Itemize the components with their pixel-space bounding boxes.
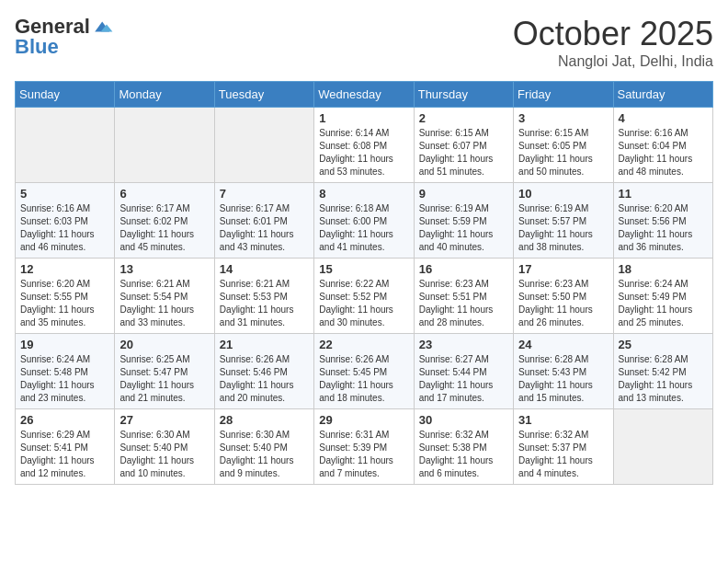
week-row-4: 19Sunrise: 6:24 AM Sunset: 5:48 PM Dayli… [16,334,713,409]
day-cell: 20Sunrise: 6:25 AM Sunset: 5:47 PM Dayli… [115,334,214,409]
day-number: 31 [518,413,608,427]
day-info: Sunrise: 6:20 AM Sunset: 5:56 PM Dayligh… [619,202,708,254]
day-info: Sunrise: 6:28 AM Sunset: 5:42 PM Dayligh… [619,353,708,405]
day-cell: 17Sunrise: 6:23 AM Sunset: 5:50 PM Dayli… [514,259,613,334]
weekday-header-sunday: Sunday [16,82,115,108]
day-info: Sunrise: 6:23 AM Sunset: 5:51 PM Dayligh… [419,278,508,329]
day-number: 22 [319,338,408,351]
page-header: General Blue October 2025 Nangloi Jat, D… [15,15,713,70]
day-cell: 18Sunrise: 6:24 AM Sunset: 5:49 PM Dayli… [613,259,712,334]
day-cell: 14Sunrise: 6:21 AM Sunset: 5:53 PM Dayli… [214,259,313,334]
day-cell: 6Sunrise: 6:17 AM Sunset: 6:02 PM Daylig… [115,183,214,259]
day-number: 13 [119,262,209,276]
day-info: Sunrise: 6:21 AM Sunset: 5:53 PM Dayligh… [220,278,309,329]
day-info: Sunrise: 6:20 AM Sunset: 5:55 PM Dayligh… [20,278,109,329]
day-info: Sunrise: 6:30 AM Sunset: 5:40 PM Dayligh… [119,429,209,480]
title-block: October 2025 Nangloi Jat, Delhi, India [513,15,713,70]
week-row-3: 12Sunrise: 6:20 AM Sunset: 5:55 PM Dayli… [16,259,713,334]
day-cell: 24Sunrise: 6:28 AM Sunset: 5:43 PM Dayli… [514,334,613,409]
day-cell: 9Sunrise: 6:19 AM Sunset: 5:59 PM Daylig… [414,183,513,259]
day-info: Sunrise: 6:18 AM Sunset: 6:00 PM Dayligh… [319,202,408,254]
day-info: Sunrise: 6:14 AM Sunset: 6:08 PM Dayligh… [319,127,408,178]
day-info: Sunrise: 6:22 AM Sunset: 5:52 PM Dayligh… [319,278,408,329]
day-cell: 15Sunrise: 6:22 AM Sunset: 5:52 PM Dayli… [314,259,414,334]
week-row-5: 26Sunrise: 6:29 AM Sunset: 5:41 PM Dayli… [16,409,713,485]
day-info: Sunrise: 6:26 AM Sunset: 5:45 PM Dayligh… [319,353,408,405]
day-number: 3 [518,111,608,125]
location: Nangloi Jat, Delhi, India [513,53,713,70]
logo: General Blue [15,15,114,59]
day-cell: 12Sunrise: 6:20 AM Sunset: 5:55 PM Dayli… [16,259,115,334]
weekday-header-row: SundayMondayTuesdayWednesdayThursdayFrid… [16,82,713,108]
day-number: 10 [518,187,608,201]
day-info: Sunrise: 6:17 AM Sunset: 6:02 PM Dayligh… [119,202,209,254]
day-cell: 16Sunrise: 6:23 AM Sunset: 5:51 PM Dayli… [414,259,513,334]
day-number: 28 [220,413,309,427]
day-number: 9 [419,187,508,201]
day-number: 18 [619,262,708,276]
week-row-1: 1Sunrise: 6:14 AM Sunset: 6:08 PM Daylig… [16,108,713,183]
month-title: October 2025 [513,15,713,53]
day-cell: 7Sunrise: 6:17 AM Sunset: 6:01 PM Daylig… [214,183,313,259]
weekday-header-wednesday: Wednesday [314,82,414,108]
day-cell: 22Sunrise: 6:26 AM Sunset: 5:45 PM Dayli… [314,334,414,409]
day-info: Sunrise: 6:32 AM Sunset: 5:37 PM Dayligh… [518,429,608,480]
day-cell: 29Sunrise: 6:31 AM Sunset: 5:39 PM Dayli… [314,409,414,485]
day-number: 6 [119,187,209,201]
day-number: 20 [119,338,209,351]
day-info: Sunrise: 6:17 AM Sunset: 6:01 PM Dayligh… [220,202,309,254]
day-cell: 10Sunrise: 6:19 AM Sunset: 5:57 PM Dayli… [514,183,613,259]
day-info: Sunrise: 6:29 AM Sunset: 5:41 PM Dayligh… [20,429,109,480]
day-info: Sunrise: 6:30 AM Sunset: 5:40 PM Dayligh… [220,429,309,480]
day-cell: 31Sunrise: 6:32 AM Sunset: 5:37 PM Dayli… [514,409,613,485]
day-info: Sunrise: 6:23 AM Sunset: 5:50 PM Dayligh… [518,278,608,329]
day-number: 17 [518,262,608,276]
day-cell: 21Sunrise: 6:26 AM Sunset: 5:46 PM Dayli… [214,334,313,409]
day-info: Sunrise: 6:19 AM Sunset: 5:57 PM Dayligh… [518,202,608,254]
day-number: 4 [619,111,708,125]
day-info: Sunrise: 6:15 AM Sunset: 6:07 PM Dayligh… [419,127,508,178]
day-cell: 30Sunrise: 6:32 AM Sunset: 5:38 PM Dayli… [414,409,513,485]
day-cell [16,108,115,183]
weekday-header-friday: Friday [514,82,613,108]
day-info: Sunrise: 6:28 AM Sunset: 5:43 PM Dayligh… [518,353,608,405]
day-cell: 28Sunrise: 6:30 AM Sunset: 5:40 PM Dayli… [214,409,313,485]
day-number: 23 [419,338,508,351]
day-number: 2 [419,111,508,125]
day-cell [115,108,214,183]
day-cell: 4Sunrise: 6:16 AM Sunset: 6:04 PM Daylig… [613,108,712,183]
day-info: Sunrise: 6:15 AM Sunset: 6:05 PM Dayligh… [518,127,608,178]
day-info: Sunrise: 6:26 AM Sunset: 5:46 PM Dayligh… [220,353,309,405]
day-cell: 19Sunrise: 6:24 AM Sunset: 5:48 PM Dayli… [16,334,115,409]
weekday-header-thursday: Thursday [414,82,513,108]
day-info: Sunrise: 6:31 AM Sunset: 5:39 PM Dayligh… [319,429,408,480]
weekday-header-saturday: Saturday [613,82,712,108]
day-cell: 26Sunrise: 6:29 AM Sunset: 5:41 PM Dayli… [16,409,115,485]
day-cell: 1Sunrise: 6:14 AM Sunset: 6:08 PM Daylig… [314,108,414,183]
day-cell: 2Sunrise: 6:15 AM Sunset: 6:07 PM Daylig… [414,108,513,183]
day-cell [214,108,313,183]
day-number: 26 [20,413,109,427]
day-cell: 27Sunrise: 6:30 AM Sunset: 5:40 PM Dayli… [115,409,214,485]
day-info: Sunrise: 6:16 AM Sunset: 6:04 PM Dayligh… [619,127,708,178]
day-cell: 8Sunrise: 6:18 AM Sunset: 6:00 PM Daylig… [314,183,414,259]
day-number: 27 [119,413,209,427]
day-number: 12 [20,262,109,276]
logo-blue-text: Blue [15,35,59,59]
day-number: 7 [220,187,309,201]
day-info: Sunrise: 6:16 AM Sunset: 6:03 PM Dayligh… [20,202,109,254]
weekday-header-monday: Monday [115,82,214,108]
day-cell: 23Sunrise: 6:27 AM Sunset: 5:44 PM Dayli… [414,334,513,409]
day-cell [613,409,712,485]
calendar: SundayMondayTuesdayWednesdayThursdayFrid… [15,81,713,485]
day-info: Sunrise: 6:32 AM Sunset: 5:38 PM Dayligh… [419,429,508,480]
day-number: 15 [319,262,408,276]
day-cell: 25Sunrise: 6:28 AM Sunset: 5:42 PM Dayli… [613,334,712,409]
day-number: 8 [319,187,408,201]
week-row-2: 5Sunrise: 6:16 AM Sunset: 6:03 PM Daylig… [16,183,713,259]
day-number: 16 [419,262,508,276]
logo-icon [92,17,114,36]
weekday-header-tuesday: Tuesday [214,82,313,108]
day-number: 30 [419,413,508,427]
day-info: Sunrise: 6:24 AM Sunset: 5:48 PM Dayligh… [20,353,109,405]
